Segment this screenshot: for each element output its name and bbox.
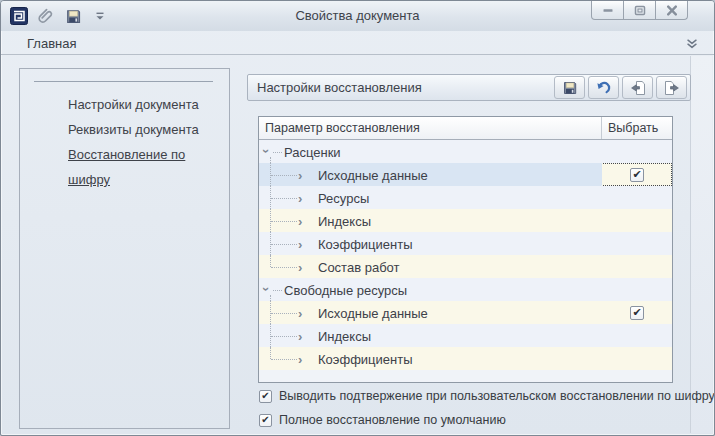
- column-header-parameter[interactable]: Параметр восстановления: [259, 117, 602, 139]
- tree-row[interactable]: ›Исходные данные✔: [259, 301, 672, 324]
- tree-guide-line: [271, 359, 297, 360]
- expand-chevron-icon[interactable]: ›: [298, 214, 302, 227]
- tree-row[interactable]: ›Индексы: [259, 324, 672, 347]
- tree-guide-line: [270, 347, 271, 359]
- import-button[interactable]: [622, 76, 653, 99]
- grid-rows: ›Расценки›Исходные данные✔›Ресурсы›Индек…: [259, 140, 672, 370]
- close-button[interactable]: [655, 1, 688, 20]
- restore-settings-panel-header: Настройки восстановления: [247, 74, 691, 101]
- confirm-restore-checkbox[interactable]: ✔: [259, 390, 272, 403]
- expand-chevron-icon[interactable]: ›: [298, 260, 302, 273]
- tree-row[interactable]: ›Свободные ресурсы: [259, 278, 672, 301]
- expand-chevron-icon[interactable]: ›: [298, 191, 302, 204]
- sidebar-item-document-requisites[interactable]: Реквизиты документа: [20, 117, 229, 142]
- tree-row-label: Свободные ресурсы: [284, 282, 407, 297]
- expand-chevron-icon[interactable]: ›: [298, 168, 302, 181]
- tree-guide-line: [273, 152, 282, 153]
- full-restore-default-checkbox[interactable]: ✔: [259, 414, 272, 427]
- column-header-select[interactable]: Выбрать: [602, 117, 672, 139]
- grid-header: Параметр восстановления Выбрать: [259, 117, 672, 140]
- sidebar-item-document-settings[interactable]: Настройки документа: [20, 92, 229, 117]
- panel-title: Настройки восстановления: [257, 75, 422, 100]
- ribbon-tab-row: Главная: [1, 31, 714, 55]
- tree-row[interactable]: ›Индексы: [259, 209, 672, 232]
- tree-row-label: Исходные данные: [318, 305, 428, 320]
- restore-parameters-grid: Параметр восстановления Выбрать ›Расценк…: [258, 116, 673, 383]
- caption-buttons: [592, 1, 688, 20]
- tree-row-label: Расценки: [284, 144, 341, 159]
- tree-row-label: Ресурсы: [318, 190, 369, 205]
- window-right-gutter: [690, 56, 712, 433]
- tree-row[interactable]: ›Исходные данные✔: [259, 163, 672, 186]
- confirm-restore-label: Выводить подтвержение при пользовательск…: [279, 389, 715, 403]
- tree-row[interactable]: ›Ресурсы: [259, 186, 672, 209]
- full-restore-default-option[interactable]: ✔ Полное восстановление по умолчанию: [259, 412, 506, 428]
- collapse-chevron-icon[interactable]: ›: [260, 287, 273, 291]
- tree-row-label: Индексы: [318, 213, 371, 228]
- sidebar-panel: Настройки документа Реквизиты документа …: [19, 68, 230, 429]
- sidebar-item-restore-by-cipher[interactable]: Восстановление по шифру: [20, 142, 229, 167]
- floppy-icon: [562, 80, 578, 96]
- tree-row-label: Коэффициенты: [318, 236, 413, 251]
- panel-toolbar: [554, 76, 687, 99]
- expand-chevron-icon[interactable]: ›: [298, 237, 302, 250]
- tree-row-label: Индексы: [318, 328, 371, 343]
- expand-chevron-icon[interactable]: ›: [298, 306, 302, 319]
- tree-row-label: Исходные данные: [318, 167, 428, 182]
- tree-guide-line: [271, 198, 297, 199]
- restore-button[interactable]: [623, 1, 656, 20]
- row-checkbox-checked[interactable]: ✔: [630, 168, 644, 182]
- tree-row-label: Коэффициенты: [318, 351, 413, 366]
- tree-guide-line: [271, 313, 297, 314]
- undo-button[interactable]: [588, 76, 619, 99]
- row-checkbox-checked[interactable]: ✔: [630, 306, 644, 320]
- tab-glavnaya[interactable]: Главная: [23, 34, 80, 53]
- tree-guide-line: [271, 336, 297, 337]
- tree-guide-line: [271, 221, 297, 222]
- export-button[interactable]: [656, 76, 687, 99]
- tree-guide-line: [271, 267, 297, 268]
- save-button[interactable]: [554, 76, 585, 99]
- titlebar: Свойства документа: [1, 1, 714, 31]
- sidebar-items: Настройки документа Реквизиты документа …: [20, 92, 229, 167]
- undo-arrow-icon: [596, 80, 612, 96]
- tree-row-label: Состав работ: [318, 259, 399, 274]
- page-arrow-left-icon: [630, 80, 646, 96]
- minimize-button[interactable]: [591, 1, 624, 20]
- collapse-chevron-icon[interactable]: ›: [260, 149, 273, 153]
- expand-chevron-icon[interactable]: ›: [298, 352, 302, 365]
- tree-guide-line: [271, 175, 297, 176]
- tree-guide-line: [270, 255, 271, 267]
- tree-guide-line: [271, 244, 297, 245]
- tree-row[interactable]: ›Состав работ: [259, 255, 672, 278]
- tree-row[interactable]: ›Расценки: [259, 140, 672, 163]
- document-properties-dialog: Свойства документа Главная Настройки док…: [0, 0, 715, 436]
- tree-row[interactable]: ›Коэффициенты: [259, 347, 672, 370]
- full-restore-default-label: Полное восстановление по умолчанию: [279, 413, 506, 427]
- tree-row[interactable]: ›Коэффициенты: [259, 232, 672, 255]
- tree-guide-line: [273, 290, 282, 291]
- page-arrow-right-icon: [664, 80, 680, 96]
- expand-chevron-icon[interactable]: ›: [298, 329, 302, 342]
- ribbon-collapse-chevron-icon[interactable]: [684, 37, 700, 50]
- confirm-restore-option[interactable]: ✔ Выводить подтвержение при пользователь…: [259, 388, 715, 404]
- sidebar-separator: [34, 81, 213, 82]
